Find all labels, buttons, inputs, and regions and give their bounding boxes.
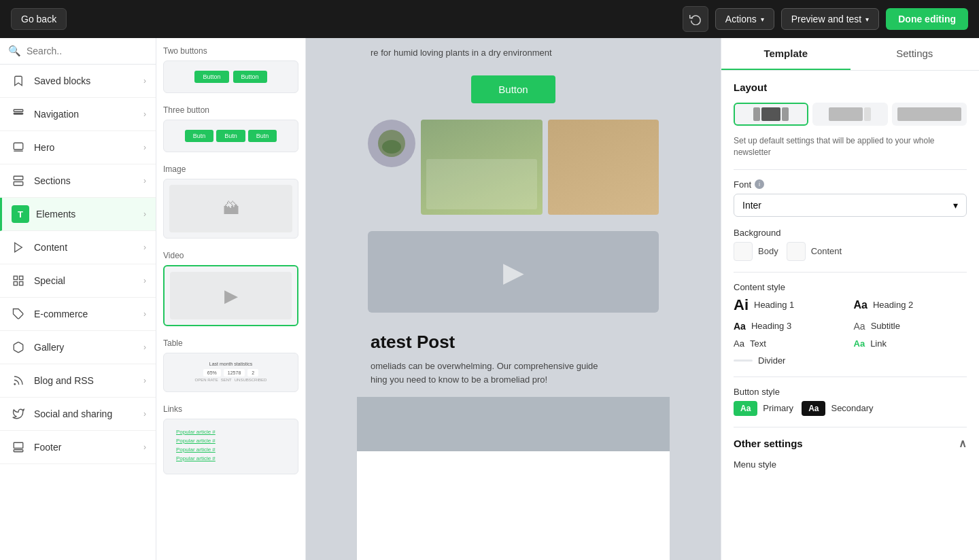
block-links: Links Popular article # Popular article … bbox=[163, 404, 298, 474]
block-two-buttons-thumb[interactable]: Button Button bbox=[163, 60, 298, 93]
cs-heading2[interactable]: Aa Heading 2 bbox=[854, 296, 967, 314]
svg-rect-1 bbox=[14, 113, 23, 115]
history-button[interactable] bbox=[683, 6, 708, 32]
cs-heading1[interactable]: Ai Heading 1 bbox=[734, 296, 847, 314]
svg-point-15 bbox=[382, 140, 401, 154]
chevron-right-icon: › bbox=[143, 243, 146, 252]
cs-subtitle[interactable]: Aa Subtitle bbox=[854, 321, 967, 332]
background-options: Body Content bbox=[734, 242, 967, 261]
preview-latest-post: atest Post omeliads can be overwhelming.… bbox=[357, 321, 670, 397]
cs-text[interactable]: Aa Text bbox=[734, 338, 847, 349]
svg-rect-0 bbox=[14, 109, 23, 111]
sidebar-item-ecommerce[interactable]: E-commerce › bbox=[0, 298, 156, 331]
sidebar-item-content[interactable]: Content › bbox=[0, 231, 156, 264]
background-content-option[interactable]: Content bbox=[787, 242, 842, 261]
block-image-thumb[interactable]: 🏔 bbox=[163, 179, 298, 239]
cs-divider[interactable]: Divider bbox=[734, 355, 847, 366]
block-three-button-thumb[interactable]: Butn Butn Butn bbox=[163, 120, 298, 152]
content-color-swatch[interactable] bbox=[787, 242, 806, 261]
svg-rect-6 bbox=[14, 276, 17, 279]
bs-secondary[interactable]: Aa Secondary bbox=[802, 401, 874, 416]
sidebar-item-gallery[interactable]: Gallery › bbox=[0, 331, 156, 364]
sidebar-item-elements[interactable]: T Elements › bbox=[0, 198, 156, 231]
background-body-option[interactable]: Body bbox=[734, 242, 778, 261]
sidebar-item-navigation[interactable]: Navigation › bbox=[0, 98, 156, 131]
topbar: Go back Actions ▾ Preview and test ▾ Don… bbox=[0, 0, 979, 38]
tab-settings[interactable]: Settings bbox=[851, 38, 980, 70]
actions-button[interactable]: Actions ▾ bbox=[715, 8, 774, 30]
sidebar-item-hero[interactable]: Hero › bbox=[0, 131, 156, 164]
sidebar-item-social-sharing[interactable]: Social and sharing › bbox=[0, 398, 156, 431]
bs-primary[interactable]: Aa Primary bbox=[734, 401, 793, 416]
sidebar-item-sections[interactable]: Sections › bbox=[0, 164, 156, 198]
center-panel: Two buttons Button Button Three button B… bbox=[156, 38, 721, 560]
svg-rect-3 bbox=[14, 176, 23, 179]
block-links-thumb[interactable]: Popular article # Popular article # Popu… bbox=[163, 419, 298, 474]
block-table: Table Last month statistics 65% 12578 2 … bbox=[163, 338, 298, 392]
preview-post-title: atest Post bbox=[371, 332, 656, 353]
layout-option-1[interactable] bbox=[734, 103, 808, 126]
menu-style-label: Menu style bbox=[734, 459, 967, 470]
svg-rect-2 bbox=[14, 143, 23, 150]
layout-option-2[interactable] bbox=[812, 103, 887, 126]
block-table-thumb[interactable]: Last month statistics 65% 12578 2 OPEN R… bbox=[163, 353, 298, 392]
svg-rect-12 bbox=[14, 450, 23, 452]
video-play-icon: ▶ bbox=[503, 256, 524, 287]
font-info-icon: i bbox=[755, 179, 764, 189]
chevron-right-icon: › bbox=[143, 109, 146, 119]
sidebar-item-blog-rss[interactable]: Blog and RSS › bbox=[0, 364, 156, 398]
sidebar-item-special[interactable]: Special › bbox=[0, 264, 156, 298]
sidebar-item-footer[interactable]: Footer › bbox=[0, 431, 156, 464]
collapse-icon: ∧ bbox=[959, 437, 967, 450]
chevron-right-icon: › bbox=[143, 276, 146, 285]
image-placeholder-icon: 🏔 bbox=[223, 199, 239, 218]
block-image: Image 🏔 bbox=[163, 164, 298, 239]
font-select[interactable]: Inter ▾ bbox=[734, 194, 967, 217]
svg-rect-4 bbox=[14, 182, 23, 186]
search-icon: 🔍 bbox=[8, 45, 21, 57]
saved-blocks-icon bbox=[10, 72, 27, 90]
font-select-chevron-icon: ▾ bbox=[953, 200, 958, 211]
go-back-button[interactable]: Go back bbox=[11, 8, 67, 30]
cs-link[interactable]: Aa Link bbox=[854, 338, 967, 349]
chevron-right-icon: › bbox=[143, 143, 146, 152]
font-label: Font i bbox=[734, 179, 967, 190]
blog-icon bbox=[10, 372, 27, 389]
block-video: Video ▶ bbox=[163, 251, 298, 326]
sidebar-item-saved-blocks[interactable]: Saved blocks › bbox=[0, 65, 156, 98]
preview-main-button[interactable]: Button bbox=[471, 75, 555, 103]
divider bbox=[734, 377, 967, 377]
divider bbox=[734, 169, 967, 170]
sidebar-search-container: 🔍 bbox=[0, 38, 156, 65]
preview-bottom-image bbox=[357, 397, 670, 451]
block-two-buttons: Two buttons Button Button bbox=[163, 46, 298, 93]
divider bbox=[734, 427, 967, 427]
special-icon bbox=[10, 272, 27, 290]
elements-icon: T bbox=[12, 205, 29, 223]
right-panel-tabs: Template Settings bbox=[721, 38, 979, 71]
preview-button[interactable]: Preview and test ▾ bbox=[781, 8, 880, 30]
done-editing-button[interactable]: Done editing bbox=[886, 8, 968, 30]
main-layout: 🔍 Saved blocks › Navigation › bbox=[0, 38, 979, 560]
block-video-thumb[interactable]: ▶ bbox=[163, 265, 298, 326]
svg-marker-5 bbox=[15, 243, 22, 252]
search-input[interactable] bbox=[27, 46, 148, 56]
background-label: Background bbox=[734, 228, 967, 238]
chevron-right-icon: › bbox=[143, 209, 146, 219]
svg-point-11 bbox=[14, 384, 16, 385]
content-icon bbox=[10, 239, 27, 256]
right-panel-content: Layout Set up default settings that will… bbox=[721, 71, 979, 485]
tab-template[interactable]: Template bbox=[721, 38, 851, 70]
ecommerce-icon bbox=[10, 305, 27, 323]
layout-option-3[interactable] bbox=[892, 103, 967, 126]
divider bbox=[734, 272, 967, 273]
svg-rect-13 bbox=[14, 442, 23, 448]
right-panel: Template Settings Layout Set bbox=[721, 38, 979, 560]
preview-text-banner: re for humid loving plants in a dry envi… bbox=[357, 38, 670, 67]
body-color-swatch[interactable] bbox=[734, 242, 753, 261]
other-settings-header[interactable]: Other settings ∧ bbox=[734, 437, 967, 450]
footer-icon bbox=[10, 438, 27, 456]
layout-options bbox=[734, 103, 967, 126]
svg-rect-9 bbox=[14, 282, 17, 285]
cs-heading3[interactable]: Aa Heading 3 bbox=[734, 321, 847, 332]
